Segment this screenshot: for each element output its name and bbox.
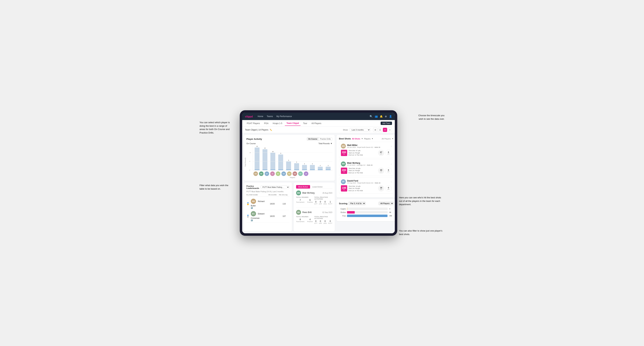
par-avatar-2: RB [296, 210, 301, 215]
shots-dropdown-arrow[interactable]: ▼ [361, 138, 363, 140]
card-header: Player Activity On Course Practice Drill… [246, 137, 332, 141]
scoring-row-eagles: Eagles 3 [339, 208, 394, 210]
tab-pga[interactable]: PGA [262, 121, 270, 126]
practice-leaderboards-card: Practice Leaderboards PUTT Must Make Put… [244, 183, 292, 231]
shot-badge-3: 198 SG [341, 185, 347, 191]
total-rounds-section-1: Total Rounds 7 Tournament 6 [296, 196, 313, 205]
tab-team-clippd[interactable]: Team Clippd [285, 121, 301, 126]
lb-avg-2: 107 [279, 215, 290, 217]
pars-value: 499 [390, 215, 394, 217]
birdies-label: Birdies [339, 211, 346, 213]
y-axis-label: Total Rounds [244, 158, 246, 167]
chart-container: Total Rounds 13121095433220510 BMBBDFJCE… [246, 146, 332, 178]
nav-item-teams[interactable]: Teams [267, 115, 273, 118]
shot-card-3[interactable]: DF David Ford 24 Aug 2023 · Royal North … [339, 177, 394, 194]
shot-chevron-3[interactable]: › [391, 180, 392, 183]
tab-pgat-players[interactable]: PGAT Players [245, 121, 262, 126]
practice-activities-section-1: Total Practice Activities 0 GTT 0 [314, 196, 332, 205]
tab-least-active[interactable]: Least Active [310, 185, 324, 188]
lb-row: 🥇 RB Richard Butler 1️⃣ 19/20 110 [246, 198, 290, 210]
chart-avatar-2: DF [264, 172, 269, 176]
page-wrapper: You can select which player is doing the… [200, 110, 444, 236]
shot-badge-1: 200 SG [341, 150, 347, 156]
table-view-icon[interactable]: ☰ [378, 128, 382, 132]
player-activity-card: Player Activity On Course Practice Drill… [244, 135, 335, 181]
shot-avatar-1: MM [341, 144, 346, 149]
list-view-icon[interactable]: ≡ [388, 128, 392, 132]
most-active-card: Most Active Least Active BM Blair McHarg… [294, 183, 335, 231]
chart-avatar-0: BM [254, 172, 258, 176]
show-dropdown[interactable]: Last 3 months Last month Last 6 months L… [350, 128, 370, 132]
toggle-on-course[interactable]: On Course [307, 138, 319, 141]
main-content: Player Activity On Course Practice Drill… [242, 133, 395, 233]
practice-stat-1: 6 Practice [307, 199, 313, 203]
bottom-grid: Practice Leaderboards PUTT Must Make Put… [244, 183, 335, 231]
chart-avatar-1: BB [259, 172, 264, 176]
tab-hcaps[interactable]: Hcaps 1-5 [271, 121, 284, 126]
shot-chevron-2[interactable]: › [391, 163, 392, 165]
scoring-bars: Eagles 3 Birdies [339, 207, 394, 219]
tab-all-players[interactable]: All Players [310, 121, 323, 126]
total-rounds-select[interactable]: Total Rounds ▼ [318, 142, 332, 145]
plus-circle-icon[interactable]: ⊕ [385, 115, 387, 118]
shot-player-info-1: Matt Miller 09 Jun 2023 · Royal North De… [347, 144, 380, 148]
shot-card-1[interactable]: MM Matt Miller 09 Jun 2023 · Royal North… [339, 142, 394, 158]
all-players-arrow[interactable]: ▼ [392, 138, 394, 140]
right-panel: Best Shots All Shots ▼ Players ▼ All Pla… [336, 135, 395, 231]
edit-icon[interactable]: ✏️ [270, 129, 272, 131]
nav-item-performance[interactable]: My Performance [276, 115, 292, 118]
players-dropdown-arrow[interactable]: ▼ [372, 138, 373, 140]
lb-score-2: 18/20 [267, 215, 278, 217]
players-filter-select[interactable]: All Players [378, 202, 394, 205]
heart-view-icon[interactable]: ♥ [383, 128, 387, 132]
tab-most-active[interactable]: Most Active [296, 185, 310, 188]
x-axis-label: Players [253, 177, 332, 178]
par-filter-select[interactable]: Par 3, 4 & 5s [348, 202, 366, 205]
par-avatar-1: BM [296, 190, 301, 195]
on-course-label: On Course [246, 142, 256, 145]
shot-stat-zero-3: 0 yds [385, 185, 392, 191]
pars-bar-fill [347, 215, 388, 217]
tab-tour[interactable]: Tour [301, 121, 309, 126]
player-activity-title: Player Activity [246, 138, 262, 140]
bar-group-0: 13 [254, 146, 260, 170]
nav-logo: clippd [245, 115, 253, 118]
grid-view-icon[interactable]: ⊞ [373, 128, 377, 132]
search-icon[interactable]: 🔍 [370, 115, 372, 118]
toggle-practice[interactable]: Practice Drills [319, 138, 332, 141]
shot-chevron-1[interactable]: › [391, 145, 392, 148]
chart-avatar-3: JC [270, 172, 275, 176]
tab-all-shots[interactable]: All Shots [352, 138, 360, 140]
shot-stats-1: 67 yds 0 yds [378, 150, 392, 156]
bar-group-5: 4 [293, 161, 300, 170]
chart-area: 13121095433220510 [253, 146, 332, 170]
shot-desc-1: Shot Dist: 67 yds Start Lie: Rough End L… [348, 150, 376, 156]
shot-player-name-2: Blair McHarg [347, 162, 372, 164]
shot-card-2[interactable]: BM Blair McHarg 23 Jul 2023 · Ashridge G… [339, 160, 394, 176]
on-course-header: On Course Total Rounds ▼ [246, 142, 332, 145]
arg-stat-1: 0 ARG [324, 201, 327, 205]
annotation-bottom-right-2: You can also filter to show just one pla… [399, 229, 444, 236]
drill-select[interactable]: PUTT Must Make Putting... [260, 185, 290, 189]
bell-icon[interactable]: 🔔 [380, 115, 383, 118]
shot-desc-3: Shot Dist: 16 yds Start Lie: Rough End L… [348, 185, 376, 192]
lb-avg-1: 110 [279, 203, 290, 205]
tab-players-filter[interactable]: Players [364, 138, 370, 140]
users-icon[interactable]: 👥 [375, 115, 378, 118]
total-rounds-label-2: Total Rounds [296, 216, 313, 218]
shot-avatar-2: BM [341, 162, 346, 166]
profile-icon[interactable]: 👤 [389, 115, 392, 118]
total-rounds-label-1: Total Rounds [296, 196, 313, 198]
add-team-button[interactable]: Add Team [380, 122, 392, 125]
annotation-mid-left: Filter what data you wish the table to b… [200, 184, 228, 190]
tournament-stat-2: 8 Tournament [296, 218, 304, 222]
practice-stat-2: 4 Practice [307, 218, 313, 222]
all-players-filter[interactable]: All Players [382, 138, 391, 140]
bar-group-7: 3 [309, 163, 316, 170]
nav-item-home[interactable]: Home [258, 115, 263, 118]
chart-avatar-4: EE [276, 172, 280, 176]
chart-avatar-9: LR [304, 172, 308, 176]
view-icons: ⊞ ☰ ♥ ≡ [373, 128, 392, 132]
player-activity-row-1: BM Blair McHarg 26 Aug 2023 Total Rounds [296, 190, 332, 207]
shot-stats-3: 16 yds 0 yds [378, 185, 392, 191]
